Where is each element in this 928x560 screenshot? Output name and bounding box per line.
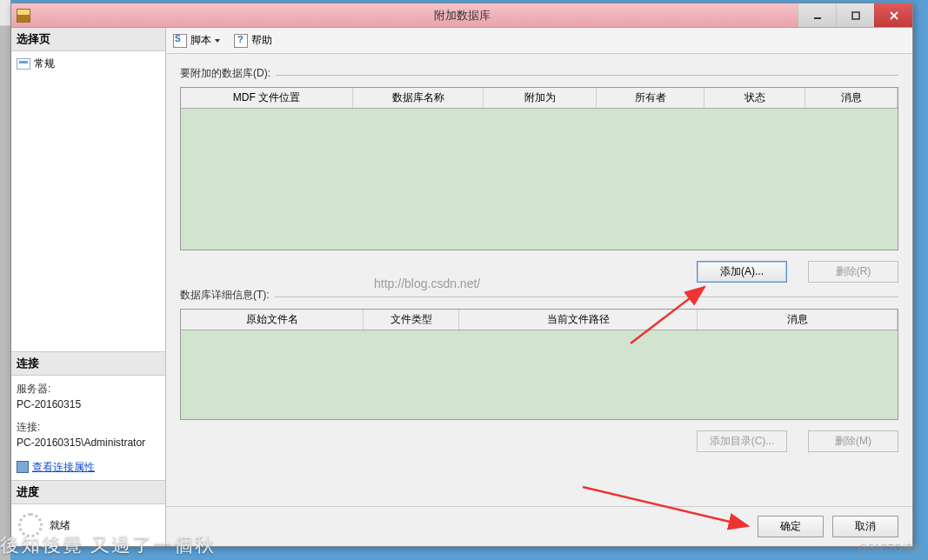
view-conn-props-link[interactable]: 查看连接属性 [17,459,160,475]
maximize-button[interactable] [836,3,874,27]
connection-panel: 服务器: PC-20160315 连接: PC-20160315\Adminis… [11,376,165,480]
col-message2[interactable]: 消息 [698,310,898,330]
properties-icon [17,461,29,473]
svg-rect-1 [852,12,859,19]
grid1-header: MDF 文件位置 数据库名称 附加为 所有者 状态 消息 [181,88,898,109]
minimize-button[interactable] [798,3,836,27]
remove2-button: 删除(M) [808,430,898,452]
database-icon [17,9,30,23]
main-panel: 脚本 帮助 要附加的数据库(D): MDF 文件位置 数据库名称 [166,28,912,546]
col-message[interactable]: 消息 [805,88,898,108]
attach-databases-grid[interactable]: MDF 文件位置 数据库名称 附加为 所有者 状态 消息 [180,87,898,250]
bg-top-bar [0,0,10,26]
grid1-buttons: 添加(A)... 删除(R) [180,261,898,283]
sidebar-item-label: 常规 [34,57,55,71]
select-page-header: 选择页 [11,28,165,51]
col-current-path[interactable]: 当前文件路径 [459,310,698,330]
background-sliver [0,0,10,560]
attach-database-dialog: 附加数据库 选择页 常规 连接 服务器: P [10,3,913,547]
db-details-grid[interactable]: 原始文件名 文件类型 当前文件路径 消息 [180,309,898,420]
toolbar: 脚本 帮助 [166,28,912,54]
lyric-overlay: 後知後覺 又過了一個秋 [0,532,216,558]
sidebar-item-general[interactable]: 常规 [17,55,160,73]
dialog-buttons: 确定 取消 [166,506,912,546]
help-label: 帮助 [251,33,272,48]
source-watermark: @51CTO博客 [858,542,923,557]
attach-group-label: 要附加的数据库(D): [180,66,898,83]
details-label: 数据库详细信息(T): [180,288,270,303]
help-button[interactable]: 帮助 [234,33,272,48]
window-title: 附加数据库 [434,8,491,23]
chevron-down-icon [215,39,220,43]
col-status[interactable]: 状态 [704,88,805,108]
page-icon [17,58,30,70]
grid2-header: 原始文件名 文件类型 当前文件路径 消息 [181,310,898,330]
script-icon [173,34,187,48]
attach-db-label: 要附加的数据库(D): [180,66,270,81]
progress-status: 就绪 [50,518,70,533]
server-label: 服务器: [17,381,160,397]
conn-value: PC-20160315\Administrator [17,435,160,450]
script-label: 脚本 [190,33,211,48]
window-body: 选择页 常规 连接 服务器: PC-20160315 连接: PC-201603… [11,28,912,546]
titlebar[interactable]: 附加数据库 [11,3,912,28]
help-icon [234,34,248,48]
cancel-button[interactable]: 取消 [832,516,898,537]
col-file-type[interactable]: 文件类型 [364,310,459,330]
grid2-buttons: 添加目录(C)... 删除(M) [180,430,898,452]
col-owner[interactable]: 所有者 [597,88,704,108]
script-dropdown[interactable]: 脚本 [173,33,220,48]
progress-header: 进度 [11,480,165,504]
connection-header: 连接 [11,351,165,376]
server-value: PC-20160315 [17,397,160,412]
sidebar: 选择页 常规 连接 服务器: PC-20160315 连接: PC-201603… [11,28,166,546]
remove-button: 删除(R) [808,261,898,283]
close-button[interactable] [874,3,912,27]
main-content: 要附加的数据库(D): MDF 文件位置 数据库名称 附加为 所有者 状态 消息… [166,54,912,506]
link-text[interactable]: 查看连接属性 [32,459,95,475]
col-db-name[interactable]: 数据库名称 [353,88,484,108]
details-group-label: 数据库详细信息(T): [180,288,898,305]
col-attach-as[interactable]: 附加为 [484,88,597,108]
add-button[interactable]: 添加(A)... [697,261,787,283]
col-mdf-location[interactable]: MDF 文件位置 [181,88,353,108]
add-catalog-button: 添加目录(C)... [697,430,787,452]
select-page-list: 常规 [11,51,165,351]
ok-button[interactable]: 确定 [758,516,824,537]
conn-label: 连接: [17,419,160,435]
col-orig-filename[interactable]: 原始文件名 [181,310,364,330]
window-controls [798,3,912,27]
